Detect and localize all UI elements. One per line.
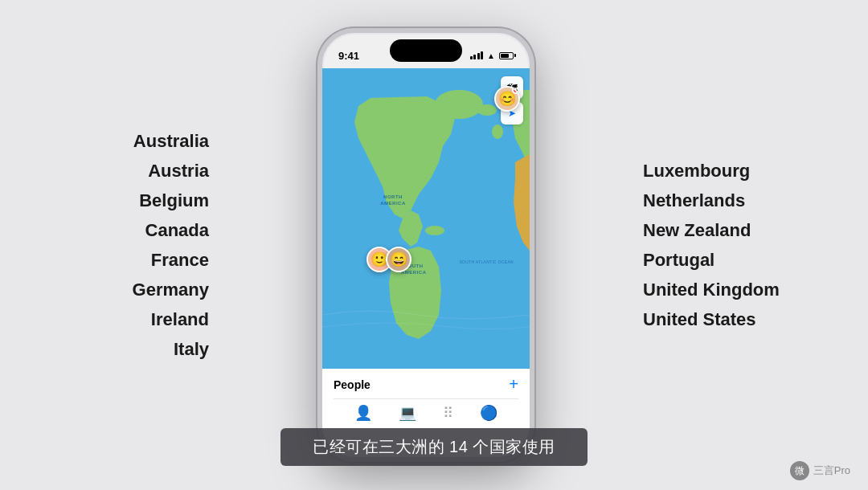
main-layout: Australia Austria Belgium Canada France …: [0, 0, 868, 490]
items-tab-icon: ⠿: [443, 404, 453, 422]
avatar-group: 🙂 😄: [366, 247, 411, 272]
people-label: People: [334, 378, 371, 391]
country-united-kingdom: United Kingdom: [643, 276, 780, 303]
wifi-icon: ▲: [487, 51, 495, 60]
signal-bar-3: [477, 53, 480, 59]
notification-dot: [514, 88, 518, 92]
country-ireland: Ireland: [151, 306, 209, 333]
devices-tab-icon: 💻: [399, 404, 416, 422]
iphone: 9:41 ▲: [317, 28, 534, 462]
north-america-label: NORTHAMERICA: [380, 194, 406, 207]
map-area: NORTHAMERICA SOUTHAMERICA SOUTH ATLANTIC…: [322, 68, 530, 369]
south-atlantic-label: SOUTH ATLANTIC OCEAN: [459, 259, 514, 264]
status-icons: ▲: [470, 51, 514, 60]
country-austria: Austria: [148, 157, 209, 184]
country-netherlands: Netherlands: [643, 187, 745, 214]
signal-bars: [470, 51, 484, 59]
svg-point-3: [477, 104, 497, 116]
country-belgium: Belgium: [139, 187, 209, 214]
svg-point-4: [492, 125, 503, 139]
add-person-button[interactable]: +: [509, 375, 518, 394]
svg-point-2: [425, 226, 444, 235]
map-svg: [322, 68, 530, 369]
country-italy: Italy: [174, 336, 209, 362]
country-australia: Australia: [133, 128, 209, 154]
country-new-zealand: New Zealand: [643, 217, 751, 243]
country-luxembourg: Luxembourg: [643, 157, 750, 184]
dynamic-island: [390, 39, 462, 62]
country-list-right: Luxembourg Netherlands New Zealand Portu…: [643, 157, 820, 333]
signal-bar-4: [481, 51, 483, 59]
country-portugal: Portugal: [643, 247, 714, 273]
avatar-icon-3: 😄: [390, 251, 407, 268]
country-france: France: [151, 247, 209, 273]
tab-bar: 👤 💻 ⠿ 🔵: [334, 398, 518, 427]
status-time: 9:41: [338, 50, 359, 62]
battery-icon: [499, 52, 514, 59]
avatar-pin-top: 😊: [494, 86, 520, 112]
battery-fill: [501, 54, 509, 58]
country-list-left: Australia Austria Belgium Canada France …: [48, 128, 209, 362]
tab-me[interactable]: 🔵: [480, 404, 497, 422]
phone-wrapper: 9:41 ▲: [317, 28, 534, 462]
tab-devices[interactable]: 💻: [399, 404, 416, 422]
signal-bar-2: [473, 55, 476, 59]
tab-people[interactable]: 👤: [354, 404, 372, 422]
subtitle-bar: 已经可在三大洲的 14 个国家使用: [0, 428, 868, 466]
country-canada: Canada: [145, 217, 209, 243]
tab-items[interactable]: ⠿: [443, 404, 453, 422]
country-united-states: United States: [643, 306, 756, 333]
country-germany: Germany: [133, 276, 209, 303]
signal-bar-1: [470, 56, 473, 59]
avatar-pin-right: 😄: [386, 247, 411, 272]
subtitle-text: 已经可在三大洲的 14 个国家使用: [280, 428, 588, 466]
people-header: People +: [334, 375, 518, 394]
me-tab-icon: 🔵: [480, 404, 497, 422]
people-tab-icon: 👤: [354, 404, 372, 422]
